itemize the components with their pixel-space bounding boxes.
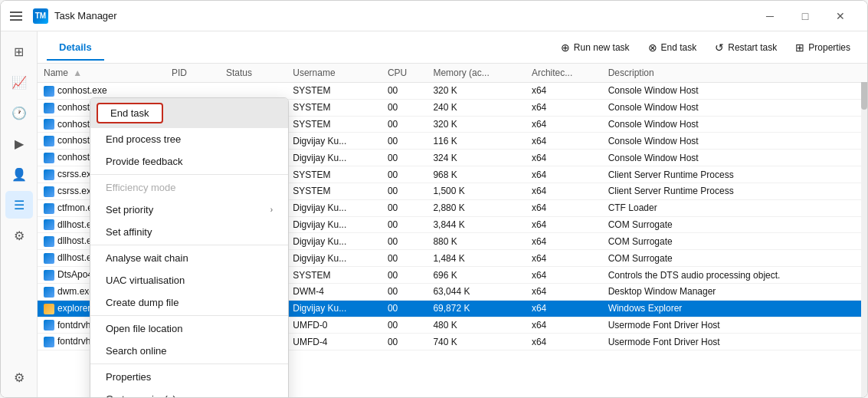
cell-memory: 740 K [427, 334, 525, 350]
cell-username: SYSTEM [287, 166, 382, 183]
close-button[interactable]: ✕ [823, 4, 858, 28]
cell-cpu: 00 [382, 317, 427, 334]
cell-username: SYSTEM [287, 116, 382, 133]
sidebar-item-users[interactable]: 👤 [5, 160, 33, 188]
cell-username: Digvijay Ku... [287, 133, 382, 150]
cell-memory: 320 K [427, 83, 525, 100]
context-menu-item-create-dump-file[interactable]: Create dump file [90, 291, 288, 314]
toolbar-actions: ⊕ Run new task ⊗ End task ↺ Restart task… [553, 38, 858, 58]
run-new-task-button[interactable]: ⊕ Run new task [553, 38, 637, 58]
titlebar: TM Task Manager ─ □ ✕ [1, 1, 867, 31]
app-icon: TM [33, 8, 48, 24]
cell-username: UMFD-0 [287, 317, 382, 334]
cell-memory: 3,844 K [427, 216, 525, 233]
cell-description: Console Window Host [602, 133, 867, 150]
cell-username: Digvijay Ku... [287, 300, 382, 317]
properties-button[interactable]: ⊞ Properties [788, 38, 858, 58]
col-name[interactable]: Name ▲ [38, 64, 165, 83]
hamburger-menu-icon[interactable] [10, 8, 25, 24]
sidebar-item-settings[interactable]: ⚙ [5, 363, 33, 391]
context-menu-item-properties[interactable]: Properties [90, 366, 288, 388]
process-icon [44, 203, 54, 214]
cell-memory: 480 K [427, 317, 525, 334]
cell-memory: 116 K [427, 133, 525, 150]
run-new-task-icon: ⊕ [561, 41, 570, 54]
cell-cpu: 00 [382, 300, 427, 317]
cell-description: Usermode Font Driver Host [602, 317, 867, 334]
cell-description: Desktop Window Manager [602, 283, 867, 300]
process-icon [44, 103, 54, 113]
process-icon [44, 236, 54, 247]
cell-description: Console Window Host [602, 116, 867, 133]
process-icon [44, 119, 54, 130]
restart-task-button[interactable]: ↺ Restart task [707, 38, 784, 58]
col-status[interactable]: Status [220, 64, 287, 83]
context-menu[interactable]: End task End process treeProvide feedbac… [90, 97, 289, 397]
sidebar-item-home[interactable]: ⊞ [5, 38, 33, 65]
cell-cpu: 00 [382, 133, 427, 150]
restart-task-icon: ↺ [715, 41, 724, 54]
col-arch[interactable]: Architec... [526, 64, 602, 83]
cell-memory: 968 K [427, 166, 525, 183]
cell-memory: 2,880 K [427, 199, 525, 216]
context-menu-item-open-file-location[interactable]: Open file location [90, 317, 288, 340]
cell-cpu: 00 [382, 233, 427, 250]
tab-details[interactable]: Details [47, 35, 104, 61]
cell-memory: 69,872 K [427, 300, 525, 317]
context-menu-end-task-button[interactable]: End task [97, 103, 163, 123]
cell-username: Digvijay Ku... [287, 216, 382, 233]
context-menu-item-analyse-wait-chain[interactable]: Analyse wait chain [90, 247, 288, 269]
cell-arch: x64 [526, 317, 602, 334]
cell-description: Client Server Runtime Process [602, 166, 867, 183]
cell-username: Digvijay Ku... [287, 250, 382, 267]
col-username[interactable]: Username [287, 64, 382, 83]
context-menu-item-end-process-tree[interactable]: End process tree [90, 128, 288, 150]
cell-memory: 324 K [427, 150, 525, 166]
context-menu-item-provide-feedback[interactable]: Provide feedback [90, 150, 288, 173]
col-description[interactable]: Description [602, 64, 867, 83]
window-controls: ─ □ ✕ [752, 4, 858, 28]
table-container: Name ▲ PID Status Username CPU Memory (a… [38, 64, 867, 397]
cell-arch: x64 [526, 283, 602, 300]
sidebar-item-history[interactable]: 🕐 [5, 99, 33, 127]
scrollbar-track[interactable] [861, 64, 867, 397]
sidebar-item-services[interactable]: ⚙ [5, 222, 33, 249]
col-pid[interactable]: PID [165, 64, 220, 83]
cell-description: CTF Loader [602, 199, 867, 216]
cell-description: Windows Explorer [602, 300, 867, 317]
sidebar-item-details[interactable]: ☰ [5, 191, 33, 219]
cell-cpu: 00 [382, 334, 427, 350]
cell-cpu: 00 [382, 150, 427, 166]
context-menu-item-uac-virtualisation[interactable]: UAC virtualisation [90, 269, 288, 291]
col-memory[interactable]: Memory (ac... [427, 64, 525, 83]
col-cpu[interactable]: CPU [382, 64, 427, 83]
cell-username: SYSTEM [287, 99, 382, 116]
cell-arch: x64 [526, 233, 602, 250]
cell-cpu: 00 [382, 216, 427, 233]
process-icon [44, 320, 54, 331]
menu-divider [90, 245, 288, 245]
cell-description: Controls the DTS audio processing object… [602, 267, 867, 284]
sidebar-item-startup[interactable]: ▶ [5, 130, 33, 157]
context-menu-item-set-priority[interactable]: Set priority› [90, 199, 288, 221]
process-icon [44, 219, 54, 230]
process-icon [44, 304, 54, 314]
process-icon [44, 337, 54, 347]
cell-username: DWM-4 [287, 283, 382, 300]
app-body: ⊞ 📈 🕐 ▶ 👤 ☰ ⚙ ⚙ Details ⊕ Run new task [1, 31, 867, 397]
context-menu-item-set-affinity[interactable]: Set affinity [90, 221, 288, 243]
sidebar-item-performance[interactable]: 📈 [5, 68, 33, 96]
context-menu-item-go-to-service(s)[interactable]: Go to service(s) [90, 388, 288, 397]
cell-cpu: 00 [382, 83, 427, 100]
process-icon [44, 169, 54, 180]
cell-arch: x64 [526, 133, 602, 150]
end-task-toolbar-button[interactable]: ⊗ End task [640, 38, 705, 58]
cell-cpu: 00 [382, 116, 427, 133]
maximize-button[interactable]: □ [788, 4, 823, 28]
context-menu-item-search-online[interactable]: Search online [90, 340, 288, 362]
cell-username: UMFD-4 [287, 334, 382, 350]
minimize-button[interactable]: ─ [752, 4, 788, 28]
cell-description: Console Window Host [602, 150, 867, 166]
cell-memory: 1,500 K [427, 183, 525, 199]
cell-username: Digvijay Ku... [287, 233, 382, 250]
